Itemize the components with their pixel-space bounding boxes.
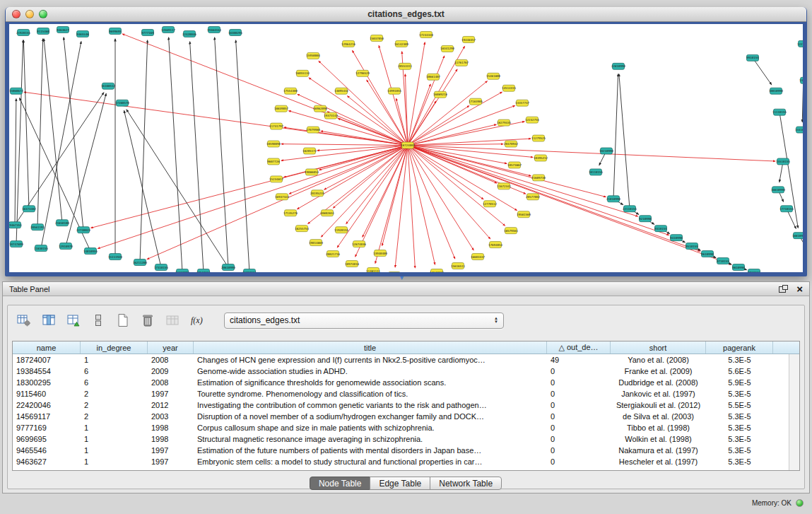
graph-node[interactable]: 12796529 xyxy=(355,70,370,76)
zoom-window-button[interactable] xyxy=(39,10,47,18)
graph-node[interactable]: 12232755 xyxy=(525,117,540,123)
graph-node[interactable]: 18341290 xyxy=(440,45,455,52)
graph-node[interactable]: 10010990 xyxy=(769,88,784,94)
function-icon[interactable]: f(x) xyxy=(188,311,206,329)
graph-node[interactable]: 15234817 xyxy=(269,176,284,182)
graph-node[interactable]: 17710155 xyxy=(779,206,794,212)
graph-node[interactable]: 9610990 xyxy=(701,251,714,257)
column-header-title[interactable]: title xyxy=(194,341,547,354)
graph-node[interactable]: 9115460 xyxy=(37,28,49,34)
graph-node[interactable]: 18839057 xyxy=(274,105,289,112)
graph-node[interactable]: 18373402 xyxy=(22,206,37,212)
graph-node[interactable]: 12964216 xyxy=(341,40,356,47)
graph-node[interactable]: 10395212 xyxy=(534,155,548,161)
graph-node[interactable]: 18279435 xyxy=(497,119,512,126)
column-header-short[interactable]: short xyxy=(611,341,706,354)
float-panel-icon[interactable] xyxy=(779,285,788,293)
vertical-scrollbar[interactable] xyxy=(789,354,799,470)
graph-node[interactable]: 21710155 xyxy=(242,269,257,272)
graph-node[interactable]: 22740023 xyxy=(76,227,91,233)
graph-node[interactable]: 16962096 xyxy=(313,105,328,112)
graph-node[interactable]: 20610990 xyxy=(221,264,236,271)
graph-node[interactable]: 20561191 xyxy=(30,224,45,230)
graph-node[interactable]: 22810990 xyxy=(611,63,626,69)
graph-node[interactable]: 15461800 xyxy=(486,73,501,79)
table-row[interactable]: 911546021997Tourette syndrome. Phenomeno… xyxy=(13,388,799,399)
graph-node[interactable]: 9810990 xyxy=(732,264,745,271)
graph-node[interactable]: 15510155 xyxy=(776,158,791,165)
graph-node[interactable]: 17554300 xyxy=(283,88,298,94)
graph-node[interactable]: 10210990 xyxy=(599,148,614,154)
graph-node[interactable]: 22110155 xyxy=(623,206,637,212)
graph-node[interactable]: 14010955 xyxy=(83,248,98,255)
graph-node[interactable]: 19086053 xyxy=(305,169,319,175)
column-header-out_degree[interactable]: △ out_de… xyxy=(547,341,611,354)
graph-node[interactable]: 16089218 xyxy=(433,91,448,98)
graph-node[interactable]: 9310155 xyxy=(654,226,667,232)
graph-node[interactable]: 18205172 xyxy=(302,148,317,154)
graph-node[interactable]: 11110155 xyxy=(772,109,787,115)
graph-node[interactable]: 16055134 xyxy=(295,70,310,76)
graph-node[interactable]: 13940400 xyxy=(373,250,388,257)
graph-node[interactable]: 16603337 xyxy=(471,254,486,260)
graph-node[interactable]: 18300295 xyxy=(228,29,243,35)
table-row[interactable]: 2242004622012Investigating the contribut… xyxy=(13,399,799,411)
graph-node[interactable]: 11279525 xyxy=(531,135,546,141)
graph-node[interactable]: 10661407 xyxy=(426,74,441,80)
graph-node[interactable]: 15616511 xyxy=(451,263,466,269)
graph-node[interactable]: 19581569 xyxy=(517,211,531,218)
graph-node[interactable]: 14991055 xyxy=(387,88,402,94)
column-header-year[interactable]: year xyxy=(148,341,194,354)
graph-node[interactable]: 12210990 xyxy=(797,40,803,47)
table-row[interactable]: 1938455462009Genome-wide association stu… xyxy=(13,366,799,377)
graph-node[interactable]: 11830155 xyxy=(34,245,49,252)
table-row[interactable]: 969969511998Structural magnetic resonanc… xyxy=(13,433,799,445)
network-canvas-svg[interactable]: 1872400712964216159500041605513417554300… xyxy=(9,24,803,272)
graph-node[interactable]: 9710155 xyxy=(717,258,729,264)
graph-node[interactable]: 12874036 xyxy=(352,241,367,247)
graph-node[interactable]: 11381111 xyxy=(366,268,381,272)
new-document-icon[interactable] xyxy=(114,311,132,329)
table-selector-combobox[interactable]: citations_edges.txt ▲▼ xyxy=(224,313,504,329)
delete-trash-icon[interactable] xyxy=(139,311,157,329)
table-row[interactable]: 977716911998Corpus callosum shape and si… xyxy=(13,422,799,433)
tab-network-table[interactable]: Network Table xyxy=(430,477,502,490)
graph-node[interactable]: 10110155 xyxy=(589,169,604,175)
graph-node[interactable]: 11761767 xyxy=(454,59,469,66)
graph-node[interactable]: 17183905 xyxy=(469,98,483,105)
graph-node[interactable]: 9910155 xyxy=(746,54,759,61)
column-header-in_degree[interactable]: in_degree xyxy=(81,341,148,354)
import-table-icon[interactable] xyxy=(163,311,182,329)
graph-node[interactable]: 16211200 xyxy=(133,259,148,266)
graph-node[interactable]: 17310155 xyxy=(154,264,169,271)
graph-node[interactable]: 17244340 xyxy=(419,31,434,37)
graph-node[interactable]: 9910156 xyxy=(748,269,760,272)
graph-node[interactable]: 13895432 xyxy=(334,88,349,94)
graph-node[interactable]: 21650100 xyxy=(55,220,70,226)
graph-node[interactable]: 20577002 xyxy=(526,194,541,200)
graph-node[interactable]: 17280570 xyxy=(115,100,130,106)
graph-node[interactable]: 9463627 xyxy=(57,26,69,33)
graph-node[interactable]: 16610990 xyxy=(771,187,786,193)
graph-node[interactable]: 10974018 xyxy=(345,261,360,267)
graph-node[interactable]: 12910970 xyxy=(59,243,73,250)
graph-node[interactable]: 15037050 xyxy=(370,35,384,41)
graph-node[interactable]: 13357747 xyxy=(515,100,530,106)
graph-node[interactable]: 18724007 xyxy=(401,142,416,148)
graph-node[interactable]: 20195231 xyxy=(310,190,325,197)
graph-node[interactable]: 20553311 xyxy=(398,63,413,69)
graph-node[interactable]: 17694054 xyxy=(488,242,503,248)
graph-node[interactable]: 15060672 xyxy=(9,88,24,94)
graph-node[interactable]: 11672341 xyxy=(497,183,512,189)
network-canvas[interactable]: 1872400712964216159500041605513417554300… xyxy=(9,24,803,272)
graph-node[interactable]: 16188512 xyxy=(101,83,116,89)
graph-node[interactable]: 22420046 xyxy=(182,30,197,37)
graph-node[interactable]: 19448457 xyxy=(461,36,476,42)
table-row[interactable]: 1830029562008Estimation of significance … xyxy=(13,377,799,388)
table-row[interactable]: 1872400712008Changes of HCN gene express… xyxy=(13,354,799,366)
graph-node[interactable]: 9607726 xyxy=(267,158,280,165)
graph-node[interactable]: 11920155 xyxy=(334,227,349,233)
graph-node[interactable]: 10747899 xyxy=(9,241,24,247)
table-row[interactable]: 1456911722003Disruption of a novel membe… xyxy=(13,411,799,422)
graph-node[interactable]: 13310155 xyxy=(799,77,803,83)
